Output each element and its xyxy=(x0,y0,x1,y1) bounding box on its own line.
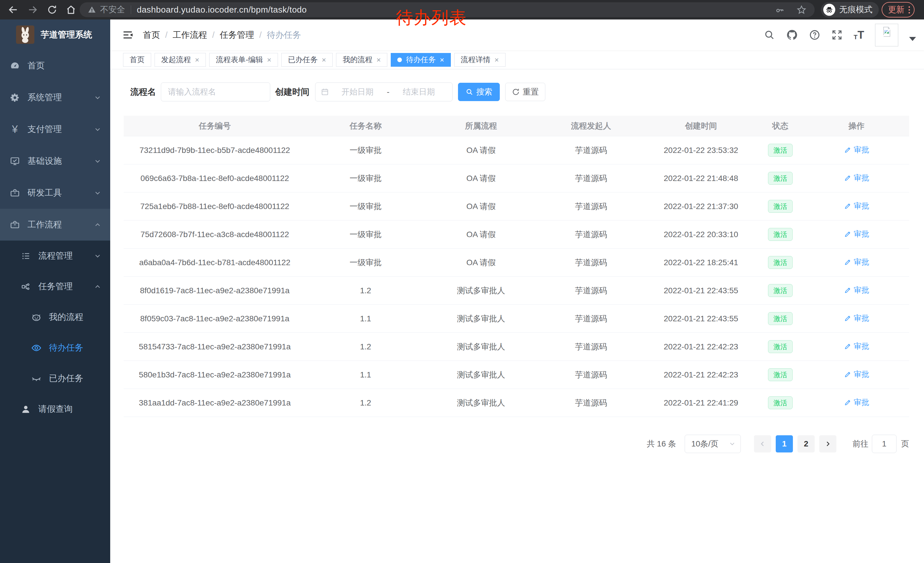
approve-link[interactable]: 审批 xyxy=(844,229,869,239)
sidebar-item-payment[interactable]: ¥ 支付管理 xyxy=(0,113,110,145)
page-size-select[interactable]: 10条/页 xyxy=(685,435,741,453)
table-row: 069c6a63-7b8a-11ec-8ef0-acde48001122 一级审… xyxy=(124,164,909,192)
tab-home[interactable]: 首页 xyxy=(123,53,151,67)
avatar-dropdown-caret[interactable] xyxy=(909,37,916,41)
col-process: 所属流程 xyxy=(425,120,537,131)
calendar-icon xyxy=(321,88,329,96)
toolbox-icon xyxy=(9,188,21,198)
cell-task-id: 58154733-7ac8-11ec-a9e2-a2380e71991a xyxy=(124,342,306,351)
approve-link[interactable]: 审批 xyxy=(844,369,869,380)
table-row: 58154733-7ac8-11ec-a9e2-a2380e71991a 1.2… xyxy=(124,333,909,361)
approve-link[interactable]: 审批 xyxy=(844,341,869,351)
breadcrumb-workflow[interactable]: 工作流程 xyxy=(172,29,207,41)
tab-done-task[interactable]: 已办任务× xyxy=(281,53,333,67)
close-icon[interactable]: × xyxy=(267,56,272,63)
edit-pencil-icon xyxy=(844,258,852,266)
process-name-input[interactable] xyxy=(161,83,270,101)
help-icon[interactable] xyxy=(809,29,820,41)
sidebar-collapse-button[interactable] xyxy=(122,29,134,41)
bookmark-star-icon[interactable] xyxy=(796,5,807,15)
briefcase-icon xyxy=(9,220,21,230)
cell-task-name: 一级审批 xyxy=(306,173,425,184)
tab-start-process[interactable]: 发起流程× xyxy=(154,53,206,67)
cell-process: 测试多审批人 xyxy=(425,313,537,324)
cell-create-time: 2022-01-22 23:53:32 xyxy=(645,146,757,155)
password-key-icon[interactable] xyxy=(775,5,785,15)
url-text: dashboard.yudao.iocoder.cn/bpm/task/todo xyxy=(137,5,307,15)
security-label: 不安全 xyxy=(100,4,125,15)
table-row: 8f0d1619-7ac8-11ec-a9e2-a2380e71991a 1.2… xyxy=(124,277,909,305)
page-2-button[interactable]: 2 xyxy=(798,435,814,452)
fullscreen-icon[interactable] xyxy=(831,29,843,41)
chevron-right-icon xyxy=(824,440,832,448)
sidebar-item-todo-task[interactable]: 待办任务 xyxy=(0,332,110,363)
close-icon[interactable]: × xyxy=(195,56,199,63)
cell-create-time: 2022-01-22 21:37:30 xyxy=(645,202,757,211)
table-row: 75d72608-7b7f-11ec-a3c8-acde48001122 一级审… xyxy=(124,221,909,249)
breadcrumb-home[interactable]: 首页 xyxy=(143,29,160,41)
approve-link[interactable]: 审批 xyxy=(844,397,869,407)
tab-bar: 首页 发起流程× 流程表单-编辑× 已办任务× 我的流程× 待办任务× 流程详情… xyxy=(110,50,924,69)
avatar[interactable] xyxy=(875,24,898,47)
approve-link[interactable]: 审批 xyxy=(844,145,869,155)
cell-task-name: 1.2 xyxy=(306,286,425,295)
person-icon xyxy=(20,404,32,414)
sidebar-item-my-process[interactable]: 我的流程 xyxy=(0,302,110,332)
sidebar-item-done-task[interactable]: 已办任务 xyxy=(0,363,110,394)
search-button[interactable]: 搜索 xyxy=(458,83,500,101)
tab-todo-task[interactable]: 待办任务× xyxy=(391,53,450,67)
breadcrumb-task-management[interactable]: 任务管理 xyxy=(220,29,254,41)
next-page-button[interactable] xyxy=(819,435,836,452)
table-row: 8f059c03-7ac8-11ec-a9e2-a2380e71991a 1.1… xyxy=(124,305,909,333)
table-row: 725a1eb6-7b88-11ec-8ef0-acde48001122 一级审… xyxy=(124,192,909,221)
font-size-icon[interactable]: TT xyxy=(854,30,864,41)
tab-process-detail[interactable]: 流程详情× xyxy=(454,53,506,67)
update-button[interactable]: 更新 xyxy=(882,2,915,18)
prev-page-button[interactable] xyxy=(754,435,771,452)
browser-menu-icon[interactable] xyxy=(909,6,910,14)
cell-process: 测试多审批人 xyxy=(425,341,537,352)
browser-forward-button[interactable] xyxy=(26,3,39,17)
cell-create-time: 2022-01-22 20:33:10 xyxy=(645,230,757,239)
sidebar-item-process-management[interactable]: 流程管理 xyxy=(0,240,110,271)
tab-my-process[interactable]: 我的流程× xyxy=(336,53,387,67)
omnibox-divider xyxy=(131,6,131,14)
edit-pencil-icon xyxy=(844,342,852,350)
chevron-left-icon xyxy=(759,440,766,448)
sidebar-item-task-management[interactable]: 任务管理 xyxy=(0,271,110,302)
approve-link[interactable]: 审批 xyxy=(844,173,869,183)
close-icon[interactable]: × xyxy=(495,56,499,63)
active-tab-dot xyxy=(397,57,402,62)
date-range-picker[interactable]: 开始日期 - 结束日期 xyxy=(315,83,453,101)
sidebar-item-workflow[interactable]: 工作流程 xyxy=(0,209,110,240)
close-icon[interactable]: × xyxy=(376,56,381,63)
gear-icon xyxy=(9,93,21,103)
sidebar-item-dev-tools[interactable]: 研发工具 xyxy=(0,177,110,209)
eye-closed-icon xyxy=(31,373,42,384)
status-badge: 激活 xyxy=(768,228,793,241)
close-icon[interactable]: × xyxy=(322,56,326,63)
close-icon[interactable]: × xyxy=(440,56,444,63)
search-icon[interactable] xyxy=(764,29,775,41)
reset-button[interactable]: 重置 xyxy=(505,83,545,101)
goto-page-input[interactable] xyxy=(872,435,897,453)
browser-reload-button[interactable] xyxy=(45,3,59,17)
approve-link[interactable]: 审批 xyxy=(844,313,869,323)
table-row: a6aba0a4-7b6d-11ec-b781-acde48001122 一级审… xyxy=(124,249,909,277)
browser-back-button[interactable] xyxy=(6,3,20,17)
sidebar-item-home[interactable]: 首页 xyxy=(0,50,110,82)
cell-starter: 芋道源码 xyxy=(537,229,645,240)
home-icon xyxy=(66,4,76,15)
sidebar-item-leave-query[interactable]: 请假查询 xyxy=(0,394,110,424)
browser-home-button[interactable] xyxy=(64,3,78,17)
approve-link[interactable]: 审批 xyxy=(844,285,869,295)
tab-process-form-edit[interactable]: 流程表单-编辑× xyxy=(209,53,278,67)
cell-process: 测试多审批人 xyxy=(425,398,537,408)
sidebar-item-system[interactable]: 系统管理 xyxy=(0,82,110,113)
github-icon[interactable] xyxy=(786,29,798,41)
approve-link[interactable]: 审批 xyxy=(844,201,869,211)
sidebar-item-infrastructure[interactable]: 基础设施 xyxy=(0,145,110,177)
status-badge: 激活 xyxy=(768,312,793,325)
page-1-button[interactable]: 1 xyxy=(776,435,793,452)
approve-link[interactable]: 审批 xyxy=(844,257,869,267)
